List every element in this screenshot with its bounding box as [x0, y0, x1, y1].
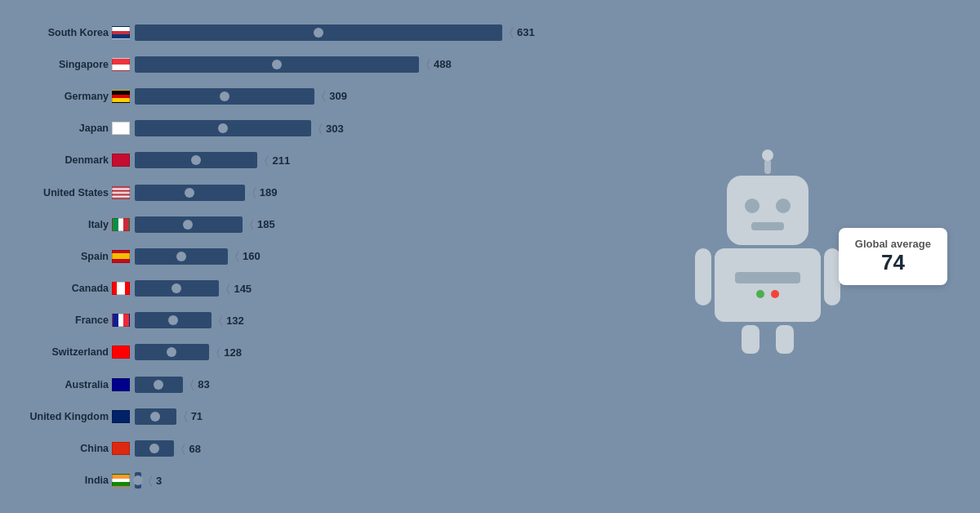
- bar-row: Denmark 〈 211: [16, 146, 572, 174]
- bar-value: 189: [260, 186, 278, 199]
- bar-value: 3: [156, 475, 162, 487]
- country-name: Switzerland: [52, 346, 109, 358]
- bar-midpoint-dot: [168, 315, 178, 325]
- robot-illustration: [715, 159, 821, 354]
- bar-row: Singapore 〈 488: [16, 51, 572, 78]
- country-label: Italy: [16, 218, 135, 231]
- country-label: China: [16, 442, 135, 455]
- country-name: Japan: [79, 123, 109, 134]
- bar-value: 631: [517, 26, 535, 38]
- bar-value: 185: [257, 218, 275, 230]
- robot-leg-left: [742, 325, 760, 354]
- bar-row: South Korea 〈 631: [16, 19, 572, 47]
- country-label: Canada: [16, 282, 135, 295]
- bar-fill: 〈: [135, 312, 212, 328]
- bar-row: Italy 〈 185: [16, 211, 572, 239]
- bar-row: China 〈 68: [16, 435, 572, 462]
- global-average-label: Global average: [855, 238, 931, 250]
- country-name: Italy: [88, 219, 109, 230]
- robot-eye-right: [776, 199, 791, 213]
- bars-section: South Korea 〈 631 Singapore 〈 488: [16, 8, 572, 505]
- bar-track: 〈 631: [135, 25, 572, 41]
- bar-fill: 〈: [135, 248, 228, 265]
- country-name: Singapore: [59, 59, 109, 70]
- bar-row: Germany 〈 309: [16, 83, 572, 110]
- bar-midpoint-dot: [183, 220, 193, 230]
- country-flag: [112, 186, 130, 199]
- bar-track: 〈 128: [135, 344, 572, 360]
- bar-fill: 〈: [135, 472, 141, 488]
- country-name: Germany: [65, 91, 109, 102]
- country-label: Switzerland: [16, 346, 135, 359]
- bar-end-icon: 〈: [219, 314, 223, 328]
- country-name: Spain: [81, 251, 109, 262]
- bar-end-icon: 〈: [216, 346, 220, 359]
- bar-midpoint-dot: [272, 60, 282, 69]
- bar-value: 488: [434, 58, 452, 70]
- bar-value: 145: [234, 283, 252, 295]
- country-label: United Kingdom: [16, 410, 135, 423]
- bar-track: 〈 488: [135, 56, 572, 73]
- country-label: Spain: [16, 250, 135, 263]
- country-name: France: [75, 314, 109, 326]
- country-flag: [112, 250, 130, 263]
- bar-row: United States 〈 189: [16, 179, 572, 207]
- bar-value: 211: [272, 154, 290, 167]
- bar-midpoint-dot: [150, 412, 160, 422]
- bar-fill: 〈: [135, 120, 311, 136]
- bar-end-icon: 〈: [318, 122, 323, 136]
- robot-light-red: [771, 290, 779, 298]
- bar-track: 〈 145: [135, 280, 572, 297]
- bar-end-icon: 〈: [322, 89, 326, 103]
- bar-fill: 〈: [135, 216, 243, 233]
- country-label: India: [16, 474, 135, 487]
- bar-end-icon: 〈: [510, 25, 514, 39]
- country-flag: [112, 122, 130, 135]
- bar-row: United Kingdom 〈 71: [16, 403, 572, 430]
- bar-row: Spain 〈 160: [16, 243, 572, 270]
- bar-midpoint-dot: [220, 91, 229, 101]
- bar-end-icon: 〈: [190, 377, 194, 391]
- robot-light-green: [756, 290, 764, 298]
- bar-end-icon: 〈: [265, 154, 269, 167]
- bar-fill: 〈: [135, 408, 176, 425]
- country-flag: [112, 442, 130, 455]
- country-flag: [112, 474, 130, 487]
- bar-midpoint-dot: [172, 283, 181, 293]
- country-name: China: [80, 443, 109, 454]
- bar-track: 〈 160: [135, 248, 572, 265]
- robot-eye-left: [745, 199, 760, 213]
- bar-track: 〈 211: [135, 152, 572, 168]
- bar-row: France 〈 132: [16, 306, 572, 334]
- bar-fill: 〈: [135, 344, 209, 360]
- bar-value: 303: [326, 123, 344, 135]
- bar-track: 〈 132: [135, 312, 572, 328]
- robot-chest-bar: [735, 272, 800, 283]
- country-flag: [112, 90, 130, 103]
- bar-end-icon: 〈: [149, 474, 153, 488]
- bar-track: 〈 71: [135, 408, 572, 425]
- bar-track: 〈 3: [135, 472, 572, 488]
- country-label: Australia: [16, 378, 135, 391]
- country-flag: [112, 282, 130, 295]
- country-label: South Korea: [16, 26, 135, 39]
- bar-end-icon: 〈: [426, 57, 430, 71]
- bar-end-icon: 〈: [235, 249, 239, 263]
- bar-value: 83: [198, 378, 209, 390]
- country-flag: [112, 154, 130, 167]
- bar-row: Canada 〈 145: [16, 274, 572, 302]
- country-flag: [112, 26, 130, 39]
- bar-track: 〈 83: [135, 377, 572, 393]
- chart-container: South Korea 〈 631 Singapore 〈 488: [16, 8, 964, 505]
- bar-row: Switzerland 〈 128: [16, 338, 572, 366]
- bar-fill: 〈: [135, 280, 219, 297]
- bar-midpoint-dot: [133, 475, 143, 485]
- bar-midpoint-dot: [218, 123, 228, 133]
- country-label: Japan: [16, 122, 135, 135]
- country-label: Singapore: [16, 58, 135, 71]
- bar-value: 128: [224, 346, 242, 359]
- robot-head: [727, 176, 808, 245]
- country-name: Australia: [65, 379, 109, 390]
- bar-end-icon: 〈: [250, 217, 254, 231]
- bar-end-icon: 〈: [252, 185, 256, 199]
